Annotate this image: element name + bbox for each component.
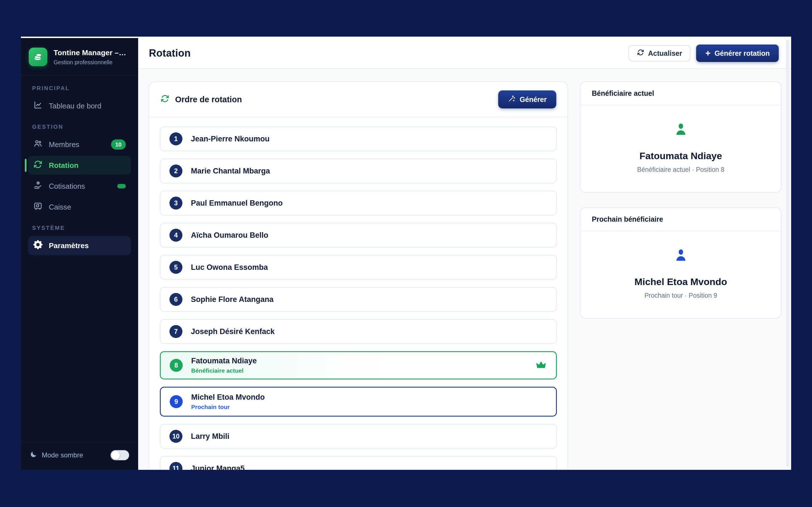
position-badge: 2	[169, 165, 183, 177]
moon-icon	[30, 451, 37, 460]
current-beneficiary-card: Bénéficiaire actuel Fatoumata Ndiaye Bén…	[580, 81, 781, 193]
sidebar-item-label: Paramètres	[49, 241, 89, 250]
rotation-row[interactable]: 4 Aïcha Oumarou Bello	[160, 223, 557, 247]
membres-count-badge: 10	[111, 139, 126, 150]
member-info: Fatoumata Ndiaye Bénéficiaire actuel	[191, 356, 257, 374]
plus-icon: +	[705, 48, 711, 57]
rotation-list: 1 Jean-Pierre Nkoumou 2 Marie Chantal Mb…	[149, 117, 567, 470]
vertical-scrollbar[interactable]	[786, 40, 790, 467]
member-info: Michel Etoa Mvondo Prochain tour	[191, 393, 265, 410]
beneficiary-detail: Bénéficiaire actuel · Position 8	[637, 166, 724, 173]
beneficiary-name: Fatoumata Ndiaye	[640, 151, 722, 161]
sidebar-item-membres[interactable]: Membres 10	[28, 135, 131, 154]
gear-icon	[33, 240, 43, 251]
rotation-row[interactable]: 7 Joseph Désiré Kenfack	[160, 319, 557, 344]
rotation-card-header: Ordre de rotation Générer	[149, 82, 567, 117]
page-title: Rotation	[149, 47, 191, 59]
next-beneficiary-title: Prochain bénéficiaire	[580, 208, 781, 231]
nav-section-systeme: SYSTÈME	[32, 225, 127, 231]
person-icon	[673, 247, 689, 265]
rotation-card-title-text: Ordre de rotation	[175, 95, 242, 104]
sidebar-item-cotisations[interactable]: Cotisations	[28, 177, 131, 195]
cotisations-count-badge	[117, 184, 126, 188]
users-icon	[33, 139, 43, 150]
generate-rotation-label: Générer rotation	[714, 49, 770, 57]
current-beneficiary-title: Bénéficiaire actuel	[580, 82, 781, 105]
refresh-button-label: Actualiser	[648, 49, 682, 57]
magic-wand-icon	[508, 95, 516, 104]
member-name: Michel Etoa Mvondo	[191, 393, 265, 402]
position-badge: 3	[169, 196, 183, 210]
coins-icon	[33, 51, 43, 63]
position-badge: 9	[170, 395, 183, 408]
member-name: Jean-Pierre Nkoumou	[191, 135, 269, 144]
member-status: Bénéficiaire actuel	[191, 367, 257, 374]
member-name: Junior Manga5	[191, 464, 245, 470]
safe-icon	[33, 202, 43, 213]
rotation-row-current-beneficiary[interactable]: 8 Fatoumata Ndiaye Bénéficiaire actuel	[160, 351, 557, 379]
page-header: Rotation Actualiser + Générer rotation	[138, 38, 791, 69]
app-window: Tontine Manager – Dé… Gestion profession…	[21, 37, 791, 470]
sidebar-item-caisse[interactable]: Caisse	[28, 198, 131, 216]
rotation-row[interactable]: 11 Junior Manga5	[160, 456, 557, 470]
member-name: Luc Owona Essomba	[191, 263, 268, 272]
rotation-row[interactable]: 10 Larry Mbili	[160, 424, 557, 449]
sidebar: Tontine Manager – Dé… Gestion profession…	[21, 38, 138, 470]
sidebar-item-label: Caisse	[49, 203, 71, 212]
hand-coin-icon	[33, 180, 43, 192]
rotation-row-next-beneficiary[interactable]: 9 Michel Etoa Mvondo Prochain tour	[160, 387, 557, 416]
line-chart-icon	[33, 100, 43, 112]
sidebar-item-label: Tableau de bord	[49, 102, 101, 110]
member-name: Larry Mbili	[191, 432, 230, 441]
header-actions: Actualiser + Générer rotation	[628, 45, 779, 62]
sidebar-item-label: Membres	[49, 140, 79, 149]
position-badge: 5	[169, 261, 183, 274]
dark-mode-toggle[interactable]	[110, 450, 129, 460]
app-logo	[29, 48, 47, 66]
refresh-button[interactable]: Actualiser	[628, 45, 691, 61]
sidebar-item-parametres[interactable]: Paramètres	[28, 236, 131, 255]
sidebar-item-rotation[interactable]: Rotation	[28, 156, 131, 175]
refresh-icon	[33, 160, 43, 171]
member-name: Joseph Désiré Kenfack	[191, 327, 274, 336]
member-name: Fatoumata Ndiaye	[191, 356, 257, 365]
generate-rotation-button[interactable]: + Générer rotation	[696, 45, 779, 62]
main-area: Rotation Actualiser + Générer rotation	[138, 38, 791, 470]
rotation-row[interactable]: 3 Paul Emmanuel Bengono	[160, 191, 557, 216]
next-beneficiary-body: Michel Etoa Mvondo Prochain tour · Posit…	[580, 231, 781, 318]
refresh-icon	[160, 94, 169, 105]
toggle-knob	[111, 451, 120, 459]
beneficiary-panel: Bénéficiaire actuel Fatoumata Ndiaye Bén…	[580, 81, 781, 319]
member-name: Paul Emmanuel Bengono	[191, 199, 283, 208]
member-name: Aïcha Oumarou Bello	[191, 231, 268, 240]
current-beneficiary-body: Fatoumata Ndiaye Bénéficiaire actuel · P…	[580, 105, 781, 192]
sidebar-header: Tontine Manager – Dé… Gestion profession…	[21, 38, 138, 75]
generate-button-label: Générer	[520, 96, 547, 104]
sidebar-item-label: Rotation	[49, 161, 79, 170]
content-area: Ordre de rotation Générer	[138, 69, 791, 470]
position-badge: 1	[169, 132, 183, 145]
next-beneficiary-card: Prochain bénéficiaire Michel Etoa Mvondo…	[580, 207, 781, 319]
app-identity: Tontine Manager – Dé… Gestion profession…	[54, 48, 127, 66]
rotation-row[interactable]: 2 Marie Chantal Mbarga	[160, 159, 557, 183]
member-status: Prochain tour	[191, 404, 265, 410]
position-badge: 4	[169, 229, 183, 242]
rotation-row[interactable]: 1 Jean-Pierre Nkoumou	[160, 126, 557, 151]
app-title: Tontine Manager – Dé…	[54, 48, 127, 57]
position-badge: 8	[170, 359, 183, 372]
position-badge: 7	[169, 325, 183, 338]
sidebar-nav: PRINCIPAL Tableau de bord GESTION	[21, 75, 138, 442]
rotation-card-title: Ordre de rotation	[160, 94, 242, 105]
rotation-row[interactable]: 5 Luc Owona Essomba	[160, 255, 557, 280]
sidebar-item-tableau-de-bord[interactable]: Tableau de bord	[28, 97, 131, 115]
rotation-row[interactable]: 6 Sophie Flore Atangana	[160, 287, 557, 312]
nav-section-principal: PRINCIPAL	[32, 85, 127, 92]
dark-mode-row: Mode sombre	[30, 451, 83, 460]
position-badge: 11	[169, 462, 183, 470]
beneficiary-detail: Prochain tour · Position 9	[644, 292, 717, 299]
nav-section-gestion: GESTION	[32, 124, 127, 130]
beneficiary-name: Michel Etoa Mvondo	[635, 276, 727, 287]
generate-button[interactable]: Générer	[498, 91, 556, 108]
person-icon	[673, 122, 689, 138]
rotation-order-card: Ordre de rotation Générer	[149, 81, 568, 470]
